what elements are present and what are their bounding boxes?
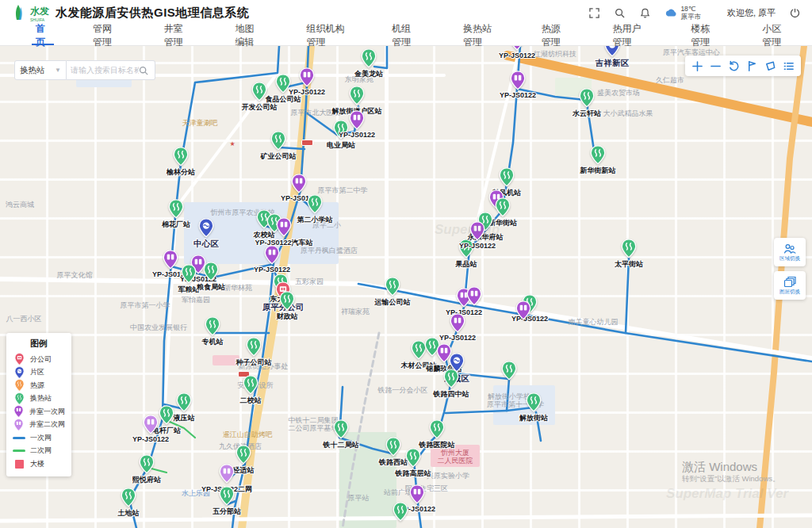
zoom-in-button[interactable] — [688, 56, 707, 75]
marker-label: 中心区 — [193, 239, 219, 250]
target-search-box — [67, 60, 155, 80]
notification-bell-icon[interactable] — [639, 7, 651, 19]
marker-label: 液压站 — [174, 413, 195, 423]
map-poi-label: 红潮纺织科技 — [534, 49, 576, 59]
category-select[interactable]: 换热站 ▼ — [14, 60, 67, 80]
measure-area-icon — [764, 60, 776, 72]
marker-label: 棉花厂站 — [162, 220, 190, 230]
layer-switch-button[interactable]: 图层切换 — [774, 271, 806, 300]
legend-item-片区: 片区 — [13, 366, 65, 380]
area-switch-button[interactable]: 区域切换 — [774, 238, 806, 266]
map-canvas[interactable]: 原平实验中学原平市北大医院东明家苑天津童涮吧忻州市原平农业学校原平市第二中学原平… — [0, 46, 812, 528]
legend-line-icon — [13, 450, 25, 452]
reset-icon — [728, 60, 740, 72]
legend-item-大楼: 大楼 — [13, 457, 65, 471]
marker-label: 专机站 — [202, 337, 224, 347]
marker-label: 铁路西站 — [379, 457, 408, 468]
tab-热源管理[interactable]: 热源管理 — [520, 25, 592, 45]
tab-楼栋管理[interactable]: 楼栋管理 — [669, 25, 741, 45]
marker-label: 五分部站 — [213, 507, 241, 517]
marker-label: YP-JS0122 — [289, 88, 325, 96]
marker-label: 运输公司站 — [375, 297, 411, 308]
supermap-watermark: SuperMap — [435, 222, 500, 238]
marker-label: 熙悦府站 — [132, 475, 161, 485]
header-actions: 18℃ 原平市 欢迎您, 原平 — [588, 5, 801, 21]
measure-flag-button[interactable] — [743, 56, 761, 75]
zoom-out-icon — [710, 60, 722, 72]
legend-pin-icon — [13, 366, 25, 379]
map-poi-label: 二公司原平基地 — [289, 423, 339, 434]
result-list-icon — [783, 60, 795, 72]
fullscreen-icon[interactable] — [588, 7, 600, 19]
marker-label: 粮食局站 — [197, 282, 225, 293]
company-logo: 水发 SHUIFA — [11, 3, 49, 22]
legend-square-icon — [13, 460, 25, 469]
marker-label: YP-JS0122 — [500, 91, 536, 99]
tab-换热站管理[interactable]: 换热站管理 — [442, 25, 520, 45]
map-poi-label: 五彩家园 — [295, 277, 324, 287]
page-title: 水发能源盾安供热GIS地理信息系统 — [56, 6, 249, 21]
legend-items: 分公司片区热源换热站井室一次网井室二次网一次网二次网大楼 — [13, 353, 65, 471]
result-list-button[interactable] — [779, 56, 798, 75]
legend-item-分公司: 分公司 — [13, 353, 65, 366]
app-root: 水发 SHUIFA 水发能源盾安供热GIS地理信息系统 — [0, 0, 812, 528]
legend-item-换热站: 换热站 — [13, 392, 65, 406]
weather-city: 原平市 — [680, 13, 701, 21]
marker-label: 铁路高层站 — [396, 469, 431, 479]
logout-icon[interactable] — [789, 7, 801, 19]
search-icon[interactable] — [614, 7, 626, 19]
zoom-out-button[interactable] — [707, 56, 725, 75]
legend-item-井室一次网: 井室一次网 — [13, 405, 65, 419]
windows-activation-watermark-line1: 激活 Windows — [682, 460, 757, 475]
marker-label: 榆林分站 — [167, 167, 195, 178]
weather-temp: 18℃ — [680, 5, 695, 13]
map-poi-label: 原平市第二中学 — [318, 186, 368, 196]
marker-label: 新华街新站 — [580, 166, 616, 176]
legend-pin-icon — [13, 405, 25, 418]
map-legend: 图例 分公司片区热源换热站井室一次网井室二次网一次网二次网大楼 — [6, 333, 71, 476]
tab-地图编辑[interactable]: 地图编辑 — [214, 25, 285, 45]
marker-label: YP-JS0122 — [499, 52, 535, 59]
legend-item-label: 大楼 — [30, 459, 44, 469]
legend-item-label: 井室一次网 — [29, 407, 65, 417]
tab-管网管理[interactable]: 管网管理 — [71, 25, 143, 45]
tab-机组管理[interactable]: 机组管理 — [370, 25, 442, 45]
chevron-down-icon: ▼ — [55, 67, 61, 74]
search-submit-icon[interactable] — [139, 66, 148, 75]
tab-小区管理[interactable]: 小区管理 — [741, 25, 812, 45]
tab-热用户管理[interactable]: 热用户管理 — [592, 25, 670, 45]
weather-cloud-icon — [665, 8, 677, 17]
welcome-text: 欢迎您, 原平 — [727, 7, 776, 19]
map-poi-label: 祥瑞家苑 — [341, 307, 370, 317]
marker-label: 矿业公司站 — [261, 151, 297, 162]
legend-item-热源: 热源 — [13, 379, 65, 392]
tab-组织机构管理[interactable]: 组织机构管理 — [285, 25, 370, 45]
map-poi-label: 中国农业发展银行 — [130, 323, 187, 333]
legend-title: 图例 — [13, 338, 65, 350]
windows-activation-watermark-line2: 转到“设置”以激活 Windows。 — [682, 474, 780, 484]
reset-button[interactable] — [725, 56, 743, 75]
tab-井室管理[interactable]: 井室管理 — [143, 25, 214, 45]
legend-item-井室二次网: 井室二次网 — [13, 419, 65, 432]
marker-label: YP-JS0122 — [254, 266, 290, 274]
measure-flag-icon — [746, 60, 758, 72]
legend-item-label: 分公司 — [30, 354, 52, 365]
marker-label: 水云轩站 — [573, 109, 601, 119]
road — [0, 279, 812, 358]
marker-label: YP-JS0122 — [132, 435, 169, 443]
map-poi-label: 盛美农贸市场 — [597, 88, 640, 98]
map-poi-label: 八一西小区 — [6, 314, 42, 324]
map-poi-label: 兴原实验小学 — [427, 471, 469, 481]
target-search-input[interactable] — [71, 66, 139, 75]
legend-pin-icon — [13, 353, 25, 365]
road-number-badge — [301, 140, 313, 146]
map-poi-label: 新华林苑 — [224, 283, 252, 293]
marker-label: YP-JS0122 — [339, 131, 375, 139]
map-poi-label: 铁路一分会小区 — [378, 385, 428, 396]
marker-label: 铁路四中站 — [434, 389, 469, 400]
legend-pin-icon — [13, 379, 25, 392]
supermap-trial-watermark: SuperMap Trial Ver — [666, 486, 788, 502]
measure-area-button[interactable] — [761, 56, 779, 75]
legend-item-label: 井室二次网 — [29, 419, 65, 430]
tab-首页[interactable]: 首页 — [14, 25, 71, 45]
